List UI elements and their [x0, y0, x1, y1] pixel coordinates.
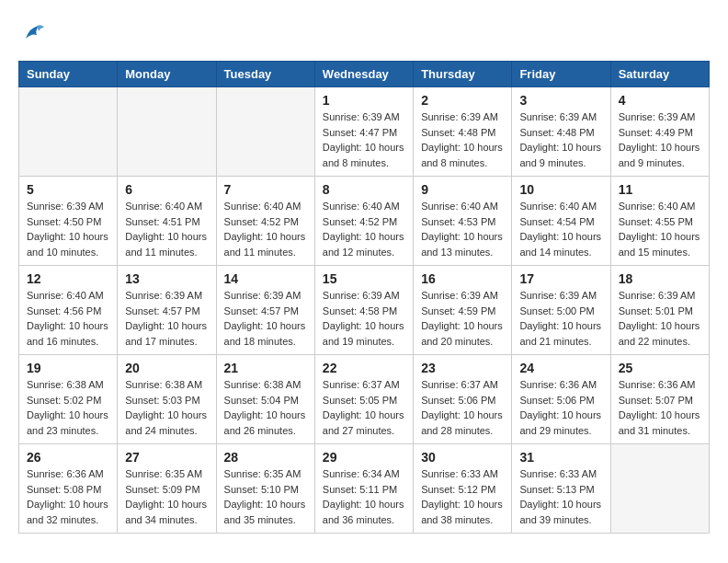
column-header-friday: Friday	[512, 62, 610, 87]
day-number: 31	[519, 450, 602, 465]
day-number: 17	[519, 271, 602, 286]
calendar-cell: 10Sunrise: 6:40 AM Sunset: 4:54 PM Dayli…	[512, 177, 610, 266]
day-info: Sunrise: 6:38 AM Sunset: 5:02 PM Dayligh…	[27, 377, 109, 438]
day-number: 22	[323, 361, 405, 375]
day-info: Sunrise: 6:39 AM Sunset: 4:50 PM Dayligh…	[27, 199, 109, 259]
calendar-cell: 18Sunrise: 6:39 AM Sunset: 5:01 PM Dayli…	[610, 266, 709, 355]
day-info: Sunrise: 6:38 AM Sunset: 5:04 PM Dayligh…	[224, 377, 307, 438]
day-info: Sunrise: 6:34 AM Sunset: 5:11 PM Dayligh…	[323, 466, 405, 527]
day-info: Sunrise: 6:40 AM Sunset: 4:53 PM Dayligh…	[421, 199, 504, 259]
calendar-cell: 8Sunrise: 6:40 AM Sunset: 4:52 PM Daylig…	[314, 177, 413, 266]
day-number: 15	[323, 271, 405, 286]
day-number: 3	[519, 93, 602, 108]
day-info: Sunrise: 6:39 AM Sunset: 4:49 PM Dayligh…	[619, 109, 701, 170]
day-info: Sunrise: 6:40 AM Sunset: 4:52 PM Dayligh…	[323, 199, 405, 259]
day-number: 8	[323, 182, 405, 197]
calendar-cell: 19Sunrise: 6:38 AM Sunset: 5:02 PM Dayli…	[19, 355, 118, 444]
day-number: 19	[27, 361, 109, 375]
day-info: Sunrise: 6:39 AM Sunset: 5:01 PM Dayligh…	[619, 288, 701, 349]
calendar-cell: 23Sunrise: 6:37 AM Sunset: 5:06 PM Dayli…	[414, 355, 512, 444]
day-number: 2	[421, 93, 504, 108]
day-number: 20	[125, 361, 208, 375]
day-number: 16	[421, 271, 504, 286]
column-header-saturday: Saturday	[610, 62, 709, 87]
calendar-header-row: SundayMondayTuesdayWednesdayThursdayFrid…	[19, 62, 710, 87]
calendar-cell: 7Sunrise: 6:40 AM Sunset: 4:52 PM Daylig…	[216, 177, 314, 266]
day-number: 30	[421, 450, 504, 465]
page-header	[18, 18, 710, 46]
calendar-week-2: 5Sunrise: 6:39 AM Sunset: 4:50 PM Daylig…	[19, 177, 710, 266]
calendar-cell: 25Sunrise: 6:36 AM Sunset: 5:07 PM Dayli…	[610, 355, 709, 444]
day-info: Sunrise: 6:39 AM Sunset: 4:48 PM Dayligh…	[519, 109, 602, 170]
day-number: 1	[323, 93, 405, 108]
calendar-cell: 5Sunrise: 6:39 AM Sunset: 4:50 PM Daylig…	[19, 177, 118, 266]
day-info: Sunrise: 6:33 AM Sunset: 5:12 PM Dayligh…	[421, 466, 504, 527]
calendar-cell: 14Sunrise: 6:39 AM Sunset: 4:57 PM Dayli…	[216, 266, 314, 355]
calendar-cell: 4Sunrise: 6:39 AM Sunset: 4:49 PM Daylig…	[610, 87, 709, 177]
day-number: 4	[619, 93, 701, 108]
day-info: Sunrise: 6:39 AM Sunset: 4:57 PM Dayligh…	[224, 288, 307, 349]
calendar-week-5: 26Sunrise: 6:36 AM Sunset: 5:08 PM Dayli…	[19, 444, 710, 534]
day-info: Sunrise: 6:38 AM Sunset: 5:03 PM Dayligh…	[125, 377, 208, 438]
day-info: Sunrise: 6:39 AM Sunset: 5:00 PM Dayligh…	[519, 288, 602, 349]
day-info: Sunrise: 6:37 AM Sunset: 5:05 PM Dayligh…	[323, 377, 405, 438]
calendar-cell: 15Sunrise: 6:39 AM Sunset: 4:58 PM Dayli…	[314, 266, 413, 355]
calendar-cell: 1Sunrise: 6:39 AM Sunset: 4:47 PM Daylig…	[314, 87, 413, 177]
column-header-thursday: Thursday	[414, 62, 512, 87]
day-number: 24	[519, 361, 602, 375]
calendar-week-4: 19Sunrise: 6:38 AM Sunset: 5:02 PM Dayli…	[19, 355, 710, 444]
calendar-table: SundayMondayTuesdayWednesdayThursdayFrid…	[18, 61, 710, 534]
logo	[18, 18, 50, 46]
day-number: 27	[125, 450, 208, 465]
day-number: 13	[125, 271, 208, 286]
day-info: Sunrise: 6:39 AM Sunset: 4:59 PM Dayligh…	[421, 288, 504, 349]
day-number: 26	[27, 450, 109, 465]
day-info: Sunrise: 6:40 AM Sunset: 4:54 PM Dayligh…	[519, 199, 602, 259]
day-info: Sunrise: 6:39 AM Sunset: 4:47 PM Dayligh…	[323, 109, 405, 170]
calendar-cell: 26Sunrise: 6:36 AM Sunset: 5:08 PM Dayli…	[19, 444, 118, 534]
day-number: 5	[27, 182, 109, 197]
day-info: Sunrise: 6:39 AM Sunset: 4:57 PM Dayligh…	[125, 288, 208, 349]
day-info: Sunrise: 6:35 AM Sunset: 5:10 PM Dayligh…	[224, 466, 307, 527]
calendar-cell: 20Sunrise: 6:38 AM Sunset: 5:03 PM Dayli…	[118, 355, 216, 444]
day-info: Sunrise: 6:35 AM Sunset: 5:09 PM Dayligh…	[125, 466, 208, 527]
day-info: Sunrise: 6:39 AM Sunset: 4:48 PM Dayligh…	[421, 109, 504, 170]
day-info: Sunrise: 6:36 AM Sunset: 5:08 PM Dayligh…	[27, 466, 109, 527]
day-info: Sunrise: 6:40 AM Sunset: 4:51 PM Dayligh…	[125, 199, 208, 259]
day-number: 9	[421, 182, 504, 197]
day-number: 28	[224, 450, 307, 465]
calendar-cell: 24Sunrise: 6:36 AM Sunset: 5:06 PM Dayli…	[512, 355, 610, 444]
day-info: Sunrise: 6:37 AM Sunset: 5:06 PM Dayligh…	[421, 377, 504, 438]
calendar-cell: 9Sunrise: 6:40 AM Sunset: 4:53 PM Daylig…	[414, 177, 512, 266]
calendar-cell	[216, 87, 314, 177]
calendar-cell: 11Sunrise: 6:40 AM Sunset: 4:55 PM Dayli…	[610, 177, 709, 266]
day-number: 7	[224, 182, 307, 197]
calendar-week-3: 12Sunrise: 6:40 AM Sunset: 4:56 PM Dayli…	[19, 266, 710, 355]
day-number: 14	[224, 271, 307, 286]
calendar-cell: 17Sunrise: 6:39 AM Sunset: 5:00 PM Dayli…	[512, 266, 610, 355]
calendar-cell: 13Sunrise: 6:39 AM Sunset: 4:57 PM Dayli…	[118, 266, 216, 355]
calendar-cell	[610, 444, 709, 534]
day-info: Sunrise: 6:40 AM Sunset: 4:52 PM Dayligh…	[224, 199, 307, 259]
day-number: 12	[27, 271, 109, 286]
calendar-cell: 2Sunrise: 6:39 AM Sunset: 4:48 PM Daylig…	[414, 87, 512, 177]
day-info: Sunrise: 6:36 AM Sunset: 5:07 PM Dayligh…	[619, 377, 701, 438]
day-info: Sunrise: 6:33 AM Sunset: 5:13 PM Dayligh…	[519, 466, 602, 527]
calendar-cell: 28Sunrise: 6:35 AM Sunset: 5:10 PM Dayli…	[216, 444, 314, 534]
calendar-cell: 27Sunrise: 6:35 AM Sunset: 5:09 PM Dayli…	[118, 444, 216, 534]
day-info: Sunrise: 6:36 AM Sunset: 5:06 PM Dayligh…	[519, 377, 602, 438]
calendar-cell: 22Sunrise: 6:37 AM Sunset: 5:05 PM Dayli…	[314, 355, 413, 444]
column-header-monday: Monday	[118, 62, 216, 87]
calendar-cell: 31Sunrise: 6:33 AM Sunset: 5:13 PM Dayli…	[512, 444, 610, 534]
day-number: 25	[619, 361, 701, 375]
day-number: 23	[421, 361, 504, 375]
day-info: Sunrise: 6:40 AM Sunset: 4:55 PM Dayligh…	[619, 199, 701, 259]
calendar-cell: 12Sunrise: 6:40 AM Sunset: 4:56 PM Dayli…	[19, 266, 118, 355]
column-header-sunday: Sunday	[19, 62, 118, 87]
day-number: 29	[323, 450, 405, 465]
column-header-wednesday: Wednesday	[314, 62, 413, 87]
calendar-week-1: 1Sunrise: 6:39 AM Sunset: 4:47 PM Daylig…	[19, 87, 710, 177]
day-number: 21	[224, 361, 307, 375]
calendar-cell	[19, 87, 118, 177]
day-number: 10	[519, 182, 602, 197]
